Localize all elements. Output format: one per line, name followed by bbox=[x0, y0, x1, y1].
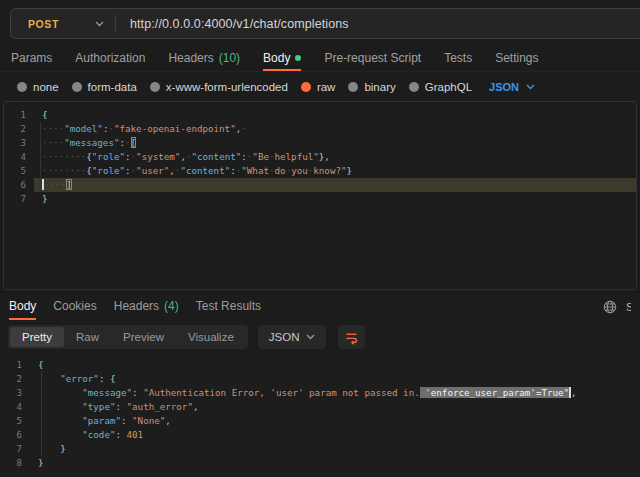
body-mode-row: noneform-datax-www-form-urlencodedrawbin… bbox=[0, 72, 640, 101]
code-text: "code": 401 bbox=[30, 428, 640, 442]
response-section: BodyCookiesHeaders(4)Test Results S Pret… bbox=[0, 292, 640, 477]
code-line-1[interactable]: 1{ bbox=[0, 358, 640, 372]
code-line-3[interactable]: 3····"messages":·[ bbox=[4, 136, 636, 150]
code-line-4[interactable]: 4 "type": "auth_error", bbox=[0, 400, 640, 414]
indent-guide bbox=[41, 386, 42, 400]
code-text: ····"model":·"fake-openai-endpoint",· bbox=[34, 122, 636, 136]
code-line-1[interactable]: 1{ bbox=[4, 108, 636, 122]
line-number: 7 bbox=[0, 442, 30, 456]
body-mode-graphql[interactable]: GraphQL bbox=[409, 81, 472, 93]
response-toolbar: PrettyRawPreviewVisualize JSON bbox=[8, 325, 640, 349]
code-text: { bbox=[34, 108, 636, 122]
indent-guide bbox=[40, 178, 41, 192]
wrap-text-button[interactable] bbox=[338, 325, 365, 349]
radio-icon bbox=[409, 82, 419, 92]
body-mode-none[interactable]: none bbox=[17, 81, 59, 93]
code-line-4[interactable]: 4········{"role":·"system",·"content":·"… bbox=[4, 150, 636, 164]
tab-label: Pre-request Script bbox=[324, 51, 421, 65]
chevron-down-icon bbox=[306, 334, 315, 340]
request-tab-body[interactable]: Body bbox=[263, 48, 301, 71]
request-body-editor[interactable]: 1{2····"model":·"fake-openai-endpoint",·… bbox=[3, 101, 637, 290]
method-label: POST bbox=[28, 18, 59, 30]
tab-label: Test Results bbox=[196, 299, 261, 313]
code-text: ····"messages":·[ bbox=[34, 136, 636, 150]
request-language-select[interactable]: JSON bbox=[489, 81, 535, 93]
code-line-2[interactable]: 2····"model":·"fake-openai-endpoint",· bbox=[4, 122, 636, 136]
code-text: "error": { bbox=[30, 372, 640, 386]
body-mode-form-data[interactable]: form-data bbox=[72, 81, 137, 93]
code-text: { bbox=[30, 358, 640, 372]
request-tab-settings[interactable]: Settings bbox=[495, 48, 538, 71]
line-number: 3 bbox=[4, 136, 34, 150]
indent-guide bbox=[41, 400, 42, 414]
mode-label: form-data bbox=[88, 81, 137, 93]
view-preview[interactable]: Preview bbox=[111, 327, 176, 347]
line-number: 4 bbox=[4, 150, 34, 164]
code-line-6[interactable]: 6····] bbox=[4, 178, 636, 192]
tab-label: Cookies bbox=[53, 299, 96, 313]
code-text: ········{"role":·"system",·"content":·"B… bbox=[34, 150, 636, 164]
code-text: } bbox=[30, 456, 640, 470]
request-tab-headers[interactable]: Headers(10) bbox=[168, 48, 240, 71]
body-mode-options: noneform-datax-www-form-urlencodedrawbin… bbox=[17, 81, 485, 93]
tab-count-badge: (4) bbox=[164, 299, 179, 313]
code-line-2[interactable]: 2 "error": { bbox=[0, 372, 640, 386]
indent-guide bbox=[40, 164, 41, 178]
code-line-8[interactable]: 8} bbox=[0, 456, 640, 470]
line-number: 6 bbox=[0, 428, 30, 442]
tab-label: Body bbox=[9, 299, 36, 313]
line-number: 5 bbox=[0, 414, 30, 428]
body-mode-binary[interactable]: binary bbox=[348, 81, 395, 93]
line-number: 5 bbox=[4, 164, 34, 178]
view-visualize[interactable]: Visualize bbox=[176, 327, 246, 347]
radio-icon bbox=[72, 82, 82, 92]
code-text: "message": "Authentication Error, 'user'… bbox=[30, 386, 640, 400]
url-bar: POST http://0.0.0.0:4000/v1/chat/complet… bbox=[10, 8, 640, 39]
code-line-5[interactable]: 5 "param": "None", bbox=[0, 414, 640, 428]
view-pretty[interactable]: Pretty bbox=[10, 327, 64, 347]
indent-guide bbox=[40, 122, 41, 136]
tab-label: Authorization bbox=[75, 51, 145, 65]
response-view-switcher: PrettyRawPreviewVisualize bbox=[8, 325, 248, 349]
tab-label: Headers bbox=[168, 51, 213, 65]
code-line-7[interactable]: 7} bbox=[4, 192, 636, 206]
response-tab-headers[interactable]: Headers(4) bbox=[114, 293, 179, 320]
line-number: 4 bbox=[0, 400, 30, 414]
request-tab-authorization[interactable]: Authorization bbox=[75, 48, 145, 71]
request-language-label: JSON bbox=[489, 81, 519, 93]
tab-label: Body bbox=[263, 51, 290, 65]
line-number: 1 bbox=[4, 108, 34, 122]
code-text: "param": "None", bbox=[30, 414, 640, 428]
response-tab-body[interactable]: Body bbox=[9, 293, 36, 320]
response-tab-cookies[interactable]: Cookies bbox=[53, 293, 96, 320]
mode-label: raw bbox=[317, 81, 336, 93]
method-selector[interactable]: POST bbox=[11, 9, 115, 38]
code-line-6[interactable]: 6 "code": 401 bbox=[0, 428, 640, 442]
response-tab-test-results[interactable]: Test Results bbox=[196, 293, 261, 320]
code-line-7[interactable]: 7 } bbox=[0, 442, 640, 456]
indent-guide bbox=[41, 372, 42, 386]
view-raw[interactable]: Raw bbox=[64, 327, 111, 347]
url-input[interactable]: http://0.0.0.0:4000/v1/chat/completions bbox=[116, 17, 349, 31]
code-line-5[interactable]: 5········{"role":·"user",·"content":·"Wh… bbox=[4, 164, 636, 178]
mode-label: binary bbox=[364, 81, 395, 93]
chevron-down-icon bbox=[95, 21, 104, 27]
tab-label: Tests bbox=[444, 51, 472, 65]
response-language-select[interactable]: JSON bbox=[258, 325, 327, 349]
line-number: 2 bbox=[0, 372, 30, 386]
radio-icon bbox=[301, 82, 311, 92]
request-tabs: ParamsAuthorizationHeaders(10)BodyPre-re… bbox=[0, 48, 640, 72]
response-body-editor[interactable]: 1{2 "error": {3 "message": "Authenticati… bbox=[0, 354, 640, 477]
chevron-down-icon bbox=[526, 84, 535, 90]
body-mode-raw[interactable]: raw bbox=[301, 81, 336, 93]
code-line-3[interactable]: 3 "message": "Authentication Error, 'use… bbox=[0, 386, 640, 400]
response-tabs-right: S bbox=[603, 293, 631, 320]
request-tab-pre-request-script[interactable]: Pre-request Script bbox=[324, 48, 421, 71]
request-tab-params[interactable]: Params bbox=[11, 48, 52, 71]
body-mode-x-www-form-urlencoded[interactable]: x-www-form-urlencoded bbox=[150, 81, 288, 93]
mode-label: x-www-form-urlencoded bbox=[166, 81, 288, 93]
request-tab-tests[interactable]: Tests bbox=[444, 48, 472, 71]
green-dot-icon bbox=[295, 55, 301, 61]
globe-icon[interactable] bbox=[603, 300, 617, 314]
tab-count-badge: (10) bbox=[219, 51, 240, 65]
